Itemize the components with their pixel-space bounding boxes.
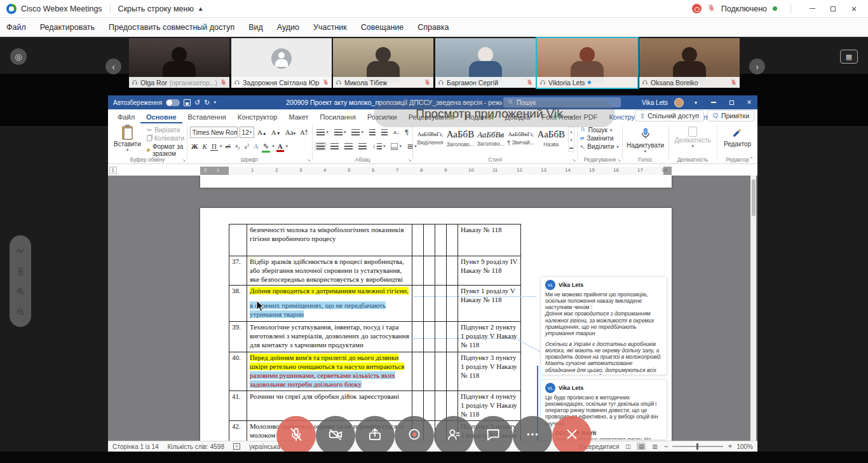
clipboard-dialog-launcher[interactable]: ↘ — [182, 158, 186, 163]
menu-item-7[interactable]: Справка — [417, 23, 449, 32]
copy-button[interactable]: Копіювати — [147, 135, 184, 142]
table-cell-empty[interactable] — [435, 391, 447, 421]
font-color-button[interactable]: А — [276, 142, 284, 150]
subscript-button[interactable]: х2 — [234, 142, 241, 150]
table-cell-number[interactable]: 42. — [229, 421, 247, 441]
word-restore-button[interactable] — [726, 100, 737, 105]
save-icon[interactable] — [184, 99, 191, 106]
table-cell-empty[interactable] — [447, 256, 458, 286]
table-cell-empty[interactable] — [435, 256, 447, 286]
comment-card[interactable]: VLVika LetsМи не можемо прийняти цю проп… — [540, 276, 667, 375]
table-cell-empty[interactable] — [447, 322, 458, 352]
increase-indent-button[interactable] — [379, 128, 390, 137]
style-item-4[interactable]: АаБбВНазва — [536, 127, 566, 151]
table-cell-empty[interactable] — [435, 352, 447, 390]
read-mode-icon[interactable]: ◫ — [623, 443, 632, 450]
style-item-0[interactable]: АаБбВвГг,Виділення — [416, 127, 445, 151]
table-cell-reference[interactable]: Підпункт 3 пункту 1 розділу V Наказу № 1… — [458, 352, 520, 390]
undo-icon[interactable]: ↺ — [194, 99, 200, 107]
text-effects-button[interactable]: А — [252, 142, 260, 150]
find-button[interactable]: Пошук ▾ — [580, 127, 620, 134]
participant-thumbnail[interactable]: Viktoria Lets — [537, 38, 637, 88]
menu-item-5[interactable]: Участник — [313, 23, 347, 32]
table-cell-empty[interactable] — [447, 352, 458, 390]
table-cell-text[interactable]: безпечності молока та мікробіологічних п… — [247, 225, 412, 256]
share-content-button[interactable] — [355, 416, 395, 455]
show-marks-button[interactable]: ¶ — [403, 127, 410, 137]
word-minimize-button[interactable] — [708, 102, 719, 102]
table-cell-empty[interactable] — [424, 286, 435, 322]
tab-посилання[interactable]: Посилання — [315, 111, 362, 123]
document-table[interactable]: безпечності молока та мікробіологічних п… — [229, 224, 521, 441]
tab-вставлення[interactable]: Вставлення — [182, 111, 232, 123]
tab-макет[interactable]: Макет — [283, 111, 314, 123]
style-item-2[interactable]: АаБбВвЗаголово... — [476, 127, 505, 151]
underline-button[interactable]: П — [210, 142, 218, 151]
table-cell-empty[interactable] — [412, 286, 424, 322]
participant-thumbnail[interactable]: Баргамон Сергій — [435, 38, 536, 88]
participant-thumbnail[interactable]: Oksana Boreiko — [639, 38, 740, 88]
editor-button[interactable]: Редактор — [720, 125, 755, 149]
align-center-button[interactable] — [329, 142, 341, 151]
shading-button[interactable]: ▾ — [389, 142, 403, 151]
proofing-icon[interactable]: × — [233, 443, 240, 450]
web-layout-icon[interactable]: ▥ — [650, 443, 659, 450]
menu-item-3[interactable]: Вид — [248, 23, 263, 32]
table-cell-empty[interactable] — [412, 322, 424, 352]
strikethrough-button[interactable]: аб — [224, 143, 232, 149]
menu-item-6[interactable]: Совещание — [361, 23, 404, 32]
table-cell-number[interactable] — [229, 225, 247, 256]
vertical-scrollbar[interactable] — [750, 176, 756, 441]
zoom-in-control[interactable]: + — [728, 442, 732, 451]
menu-item-2[interactable]: Предоставить совместный доступ — [109, 23, 234, 32]
comments-toggle-button[interactable]: 🗨 Примітки — [707, 110, 754, 121]
collapse-ribbon-icon[interactable]: ⌃ — [749, 156, 754, 162]
participant-thumbnail[interactable]: Задорожня Світлана Юрії... — [231, 38, 332, 88]
shrink-font-button[interactable]: А▼ — [270, 128, 282, 136]
table-cell-reference[interactable]: Наказу № 118 — [458, 225, 520, 256]
style-item-1[interactable]: АаБбВЗаголово... — [446, 127, 475, 151]
table-cell-number[interactable]: 37. — [229, 256, 247, 286]
stop-video-button[interactable] — [316, 416, 355, 455]
select-button[interactable]: ↖ Виділити ▾ — [580, 143, 620, 150]
table-row[interactable]: 37.Відбір зразків здійснюється в процесі… — [229, 256, 520, 286]
paste-button[interactable]: Вставити ▾ — [111, 125, 144, 157]
horizontal-ruler[interactable]: 21123456789101112131415161718 — [200, 167, 672, 175]
clear-formatting-button[interactable]: А⤒ — [299, 128, 309, 137]
participant-thumbnail[interactable]: Микола Тібеж — [333, 38, 433, 88]
table-cell-reference[interactable]: Пункт 9 розділу IV Наказу № 118 — [458, 256, 520, 286]
table-cell-text[interactable]: Технологічне устаткування, інвентар, пос… — [247, 322, 412, 352]
replace-button[interactable]: ⇄ Замінити — [580, 135, 620, 142]
user-avatar[interactable] — [674, 98, 684, 107]
record-button[interactable] — [395, 416, 434, 455]
table-cell-empty[interactable] — [412, 225, 424, 256]
layout-switch-button[interactable]: ▦ — [840, 50, 858, 64]
table-cell-empty[interactable] — [424, 322, 435, 352]
table-cell-empty[interactable] — [412, 256, 424, 286]
table-row[interactable]: безпечності молока та мікробіологічних п… — [229, 225, 520, 256]
decrease-indent-button[interactable] — [367, 128, 377, 137]
change-case-button[interactable]: Аа▾ — [284, 128, 297, 136]
share-document-button[interactable]: ⇪ Спільний доступ — [635, 110, 704, 121]
hide-menu-button[interactable]: Скрыть строку меню — [118, 4, 194, 13]
grow-font-button[interactable]: А▲ — [256, 128, 268, 136]
table-cell-text[interactable]: Відбір зразків здійснюється в процесі ви… — [247, 256, 412, 286]
participants-button[interactable] — [434, 416, 473, 455]
participant-thumbnail[interactable]: Olga Rom...(организатор...) — [129, 38, 229, 88]
table-cell-text[interactable]: Доїння проводиться з дотриманням належно… — [247, 286, 412, 322]
leave-meeting-button[interactable] — [552, 416, 592, 455]
font-size-select[interactable]: 12▾ — [240, 127, 254, 138]
redo-icon[interactable]: ↻ — [204, 99, 210, 107]
remote-control-button[interactable] — [14, 265, 27, 277]
table-cell-empty[interactable] — [424, 225, 435, 256]
tab-основне[interactable]: Основне — [140, 111, 182, 123]
format-painter-button[interactable]: Формат за зразком — [147, 143, 184, 157]
table-cell-empty[interactable] — [412, 352, 424, 390]
highlight-color-button[interactable]: ✎ — [262, 142, 270, 151]
bold-button[interactable]: Ж — [190, 142, 200, 150]
table-cell-empty[interactable] — [424, 352, 435, 390]
numbering-button[interactable]: ▾ — [332, 128, 348, 137]
table-cell-empty[interactable] — [447, 286, 458, 322]
paragraph-dialog-launcher[interactable]: ↘ — [408, 158, 412, 163]
styles-scroll[interactable]: ▴▾▬ — [568, 127, 574, 152]
